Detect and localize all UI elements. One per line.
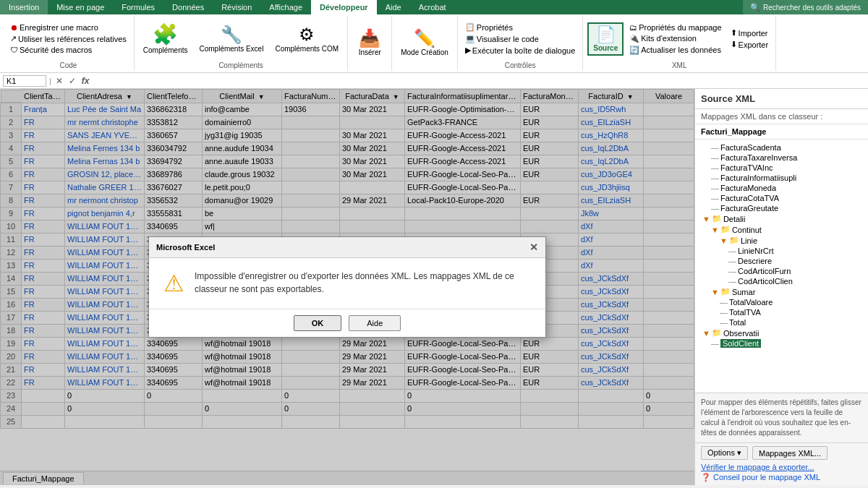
importer-icon: ⬆ bbox=[731, 28, 737, 38]
complements-excel-icon: 🔧 bbox=[221, 25, 242, 45]
tree-item-facturainformatiisupli[interactable]: — FacturaInformatiisupli bbox=[698, 173, 865, 183]
tree-item-detalii[interactable]: ▼ 📁 Detalii bbox=[698, 213, 865, 224]
folder-expand-icon: ▼ bbox=[702, 329, 710, 338]
right-panel-bottom: Options ▾ Mappages XML... Vérifier le ma… bbox=[695, 442, 868, 485]
tab-mise-en-page[interactable]: Mise en page bbox=[48, 0, 113, 14]
warning-icon: ⚠ bbox=[163, 270, 184, 297]
footer-link[interactable]: ❓ Conseil pour le mappage XML bbox=[701, 473, 820, 481]
tree-item-soldclient[interactable]: — SoldClient bbox=[698, 338, 865, 348]
dialog-titlebar: Microsoft Excel ✕ bbox=[149, 237, 545, 258]
name-box[interactable] bbox=[3, 75, 46, 87]
spreadsheet: ClientTara ▼ ClientAdresa ▼ ClientTelefo… bbox=[0, 89, 694, 485]
ref-icon: ↗ bbox=[10, 34, 17, 43]
tree-item-observatii[interactable]: ▼ 📁 Observatii bbox=[698, 328, 865, 338]
tree-item-sumar[interactable]: ▼ 📁 Sumar bbox=[698, 286, 865, 297]
source-icon: 📄 bbox=[596, 25, 616, 44]
main-area: ClientTara ▼ ClientAdresa ▼ ClientTelefo… bbox=[0, 89, 868, 485]
search-tab[interactable]: 🔍 Rechercher des outils adaptés bbox=[743, 0, 868, 14]
btn-proprietes-mappage[interactable]: 🗂 Propriétés du mappage bbox=[626, 22, 724, 33]
proprietes-icon: 📋 bbox=[465, 22, 475, 32]
btn-proprietes[interactable]: 📋 Propriétés bbox=[462, 22, 579, 33]
leaf-icon: — bbox=[728, 267, 736, 275]
folder-expand-icon: ▼ bbox=[702, 215, 710, 223]
tree-item-descriere[interactable]: — Descriere bbox=[698, 256, 865, 266]
btn-mode-creation[interactable]: ✏️ Mode Création bbox=[396, 27, 453, 59]
btn-mappages-xml[interactable]: Mappages XML... bbox=[752, 446, 827, 460]
btn-importer[interactable]: ⬆ Importer bbox=[728, 27, 772, 38]
tab-developpeur[interactable]: Développeur bbox=[311, 0, 377, 14]
btn-visualiser-code[interactable]: 💻 Visualiser le code bbox=[462, 33, 579, 44]
folder-expand-icon: ▼ bbox=[720, 236, 728, 245]
tab-formules[interactable]: Formules bbox=[113, 0, 163, 14]
complements-com-icon: ⚙ bbox=[299, 25, 315, 45]
ribbon-body: ⏺ Enregistrer une macro ↗ Utiliser les r… bbox=[0, 14, 868, 72]
folder-icon: 📁 bbox=[712, 328, 722, 338]
btn-complements[interactable]: 🧩 Compléments bbox=[139, 21, 192, 56]
right-panel-title: Source XML bbox=[695, 89, 868, 109]
record-icon: ⏺ bbox=[10, 23, 18, 32]
btn-executer-boite[interactable]: ▶ Exécuter la boîte de dialogue bbox=[462, 45, 579, 56]
code-icon: 💻 bbox=[465, 34, 475, 43]
tab-donnees[interactable]: Données bbox=[163, 0, 213, 14]
inserer-icon: 📥 bbox=[359, 28, 380, 48]
insert-function-icon[interactable]: fx bbox=[80, 76, 91, 86]
tree-item-facturascadenta[interactable]: — FacturaScadenta bbox=[698, 142, 865, 153]
dialog-ok-button[interactable]: OK bbox=[294, 315, 342, 331]
run-icon: ▶ bbox=[465, 46, 471, 55]
leaf-icon: — bbox=[711, 339, 719, 348]
verify-link[interactable]: Vérifier le mappage à exporter... bbox=[701, 463, 814, 471]
folder-icon: 📁 bbox=[712, 214, 722, 223]
btn-actualiser-donnees[interactable]: 🔄 Actualiser les données bbox=[626, 45, 724, 56]
mapping-name[interactable]: Facturi_Mappage bbox=[695, 124, 868, 140]
btn-exporter[interactable]: ⬇ Exporter bbox=[728, 39, 772, 50]
btn-kits-extension[interactable]: 🔌 Kits d'extension bbox=[626, 33, 724, 44]
formula-input[interactable] bbox=[94, 77, 865, 85]
tree-item-linienrcrt[interactable]: — LinieNrCrt bbox=[698, 246, 865, 256]
complements-icon: 🧩 bbox=[153, 22, 178, 46]
confirm-formula-icon[interactable]: ✓ bbox=[67, 76, 77, 86]
tab-affichage[interactable]: Affichage bbox=[260, 0, 311, 14]
tree-item-facturagreutate[interactable]: — FacturaGreutate bbox=[698, 203, 865, 213]
tree-item-linie[interactable]: ▼ 📁 Linie bbox=[698, 235, 865, 246]
exporter-icon: ⬇ bbox=[731, 40, 737, 49]
formula-bar: | ✕ ✓ fx bbox=[0, 73, 868, 89]
tree-item-facturacotatva[interactable]: — FacturaCotaTVA bbox=[698, 193, 865, 203]
ribbon-group-inserer: 📥 Insérer bbox=[348, 16, 392, 71]
tab-revision[interactable]: Révision bbox=[213, 0, 260, 14]
refresh-icon: 🔄 bbox=[629, 46, 639, 55]
tree-item-codarticolclien[interactable]: — CodArticolClien bbox=[698, 276, 865, 286]
tree-item-total[interactable]: — Total bbox=[698, 317, 865, 328]
tab-acrobat[interactable]: Acrobat bbox=[410, 0, 455, 14]
ribbon-group-xml: 📄 Source 🗂 Propriétés du mappage 🔌 Kits … bbox=[583, 16, 776, 71]
btn-references-relatives[interactable]: ↗ Utiliser les références relatives bbox=[7, 33, 129, 44]
btn-securite-macros[interactable]: 🛡 Sécurité des macros bbox=[7, 45, 129, 55]
leaf-icon: — bbox=[711, 163, 719, 172]
btn-options[interactable]: Options ▾ bbox=[701, 446, 748, 460]
dialog-title: Microsoft Excel bbox=[156, 243, 215, 252]
tab-insertion[interactable]: Insertion bbox=[0, 0, 48, 14]
help-icon: ❓ bbox=[701, 473, 711, 481]
tree-item-facturamoneda[interactable]: — FacturaMoneda bbox=[698, 183, 865, 193]
dialog-box: Microsoft Excel ✕ ⚠ Impossible d'enregis… bbox=[148, 236, 546, 338]
btn-complements-com[interactable]: ⚙ Compléments COM bbox=[271, 23, 343, 55]
tree-item-totalvaloare[interactable]: — TotalValoare bbox=[698, 297, 865, 307]
ribbon-group-code: ⏺ Enregistrer une macro ↗ Utiliser les r… bbox=[3, 16, 135, 71]
tree-item-facturatvainc[interactable]: — FacturaTVAInc bbox=[698, 163, 865, 173]
tab-aide[interactable]: Aide bbox=[377, 0, 410, 14]
tree-item-codarticolfurn[interactable]: — CodArticolFurn bbox=[698, 266, 865, 276]
btn-enregistrer-macro[interactable]: ⏺ Enregistrer une macro bbox=[7, 22, 129, 33]
right-panel-subtitle: Mappages XML dans ce classeur : bbox=[695, 109, 868, 124]
dialog-message: Impossible d'enregistrer ou d'exporter l… bbox=[195, 270, 531, 296]
ribbon-group-mode: ✏️ Mode Création bbox=[392, 16, 458, 71]
tree-item-continut[interactable]: ▼ 📁 Continut bbox=[698, 224, 865, 235]
tree-item-facturataxareinversa[interactable]: — FacturaTaxareInversa bbox=[698, 153, 865, 163]
btn-inserer[interactable]: 📥 Insérer bbox=[352, 27, 387, 59]
btn-source[interactable]: 📄 Source bbox=[587, 22, 624, 56]
cancel-formula-icon[interactable]: ✕ bbox=[54, 76, 64, 86]
tree-item-totaltva[interactable]: — TotalTVA bbox=[698, 307, 865, 317]
dialog-overlay: Microsoft Excel ✕ ⚠ Impossible d'enregis… bbox=[0, 89, 694, 485]
leaf-icon: — bbox=[711, 153, 719, 162]
btn-complements-excel[interactable]: 🔧 Compléments Excel bbox=[195, 23, 268, 55]
dialog-aide-button[interactable]: Aide bbox=[349, 315, 401, 331]
dialog-close-button[interactable]: ✕ bbox=[529, 241, 538, 253]
